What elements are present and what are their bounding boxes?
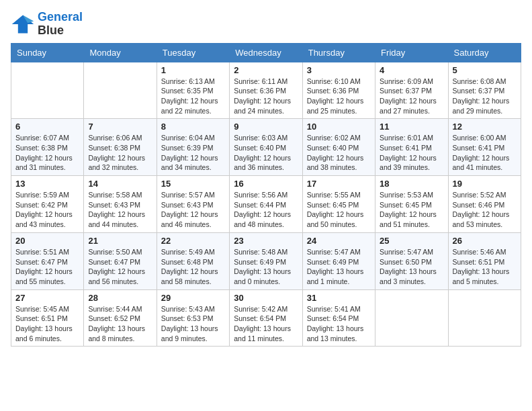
- day-info: Sunrise: 5:45 AMSunset: 6:51 PMDaylight:…: [15, 304, 79, 344]
- calendar-cell: 20 Sunrise: 5:51 AMSunset: 6:47 PMDaylig…: [11, 232, 84, 289]
- calendar-cell: 12 Sunrise: 6:00 AMSunset: 6:41 PMDaylig…: [448, 119, 521, 176]
- calendar-cell: 11 Sunrise: 6:01 AMSunset: 6:41 PMDaylig…: [375, 119, 448, 176]
- day-number: 28: [88, 293, 152, 303]
- calendar-week-row: 13 Sunrise: 5:59 AMSunset: 6:42 PMDaylig…: [11, 176, 521, 233]
- calendar-cell: 3 Sunrise: 6:10 AMSunset: 6:36 PMDayligh…: [302, 62, 375, 119]
- calendar-cell: 2 Sunrise: 6:11 AMSunset: 6:36 PMDayligh…: [230, 62, 302, 119]
- day-number: 1: [161, 65, 225, 75]
- day-info: Sunrise: 5:44 AMSunset: 6:52 PMDaylight:…: [88, 304, 152, 344]
- day-info: Sunrise: 5:42 AMSunset: 6:54 PMDaylight:…: [234, 304, 298, 344]
- calendar-body: 1 Sunrise: 6:13 AMSunset: 6:35 PMDayligh…: [11, 62, 521, 347]
- day-number: 23: [234, 236, 298, 246]
- day-number: 9: [234, 122, 298, 132]
- svg-marker-0: [12, 15, 34, 33]
- day-info: Sunrise: 5:53 AMSunset: 6:45 PMDaylight:…: [380, 190, 443, 230]
- day-number: 13: [15, 179, 79, 189]
- calendar-week-row: 20 Sunrise: 5:51 AMSunset: 6:47 PMDaylig…: [11, 232, 521, 289]
- calendar-cell: 30 Sunrise: 5:42 AMSunset: 6:54 PMDaylig…: [230, 289, 302, 347]
- day-number: 5: [453, 65, 517, 75]
- calendar-cell: 27 Sunrise: 5:45 AMSunset: 6:51 PMDaylig…: [11, 289, 84, 347]
- calendar-cell: 19 Sunrise: 5:52 AMSunset: 6:46 PMDaylig…: [448, 176, 521, 233]
- day-info: Sunrise: 5:43 AMSunset: 6:53 PMDaylight:…: [161, 304, 225, 344]
- day-number: 20: [15, 236, 79, 246]
- calendar-cell: 6 Sunrise: 6:07 AMSunset: 6:38 PMDayligh…: [11, 119, 84, 176]
- calendar-cell: 1 Sunrise: 6:13 AMSunset: 6:35 PMDayligh…: [157, 62, 229, 119]
- day-number: 7: [88, 122, 152, 132]
- calendar-cell: 14 Sunrise: 5:58 AMSunset: 6:43 PMDaylig…: [84, 176, 157, 233]
- day-info: Sunrise: 5:50 AMSunset: 6:47 PMDaylight:…: [88, 247, 152, 287]
- day-info: Sunrise: 5:47 AMSunset: 6:50 PMDaylight:…: [380, 247, 443, 287]
- day-number: 31: [307, 293, 371, 303]
- day-info: Sunrise: 5:52 AMSunset: 6:46 PMDaylight:…: [453, 190, 517, 230]
- calendar-cell: [84, 62, 157, 119]
- day-info: Sunrise: 6:03 AMSunset: 6:40 PMDaylight:…: [234, 133, 298, 173]
- day-info: Sunrise: 6:10 AMSunset: 6:36 PMDaylight:…: [307, 77, 371, 116]
- day-info: Sunrise: 5:46 AMSunset: 6:51 PMDaylight:…: [453, 247, 517, 287]
- calendar-cell: 26 Sunrise: 5:46 AMSunset: 6:51 PMDaylig…: [448, 232, 521, 289]
- logo-icon: [11, 12, 35, 36]
- calendar-cell: 15 Sunrise: 5:57 AMSunset: 6:43 PMDaylig…: [157, 176, 229, 233]
- calendar-cell: 23 Sunrise: 5:48 AMSunset: 6:49 PMDaylig…: [230, 232, 302, 289]
- calendar-week-row: 1 Sunrise: 6:13 AMSunset: 6:35 PMDayligh…: [11, 62, 521, 119]
- day-number: 3: [307, 65, 371, 75]
- day-info: Sunrise: 6:07 AMSunset: 6:38 PMDaylight:…: [15, 133, 79, 173]
- day-number: 26: [453, 236, 517, 246]
- day-info: Sunrise: 6:13 AMSunset: 6:35 PMDaylight:…: [161, 77, 225, 116]
- calendar-header-cell: Monday: [84, 43, 157, 62]
- day-number: 14: [88, 179, 152, 189]
- calendar-cell: 16 Sunrise: 5:56 AMSunset: 6:44 PMDaylig…: [230, 176, 302, 233]
- calendar-cell: 17 Sunrise: 5:55 AMSunset: 6:45 PMDaylig…: [302, 176, 375, 233]
- calendar-header-cell: Tuesday: [157, 43, 229, 62]
- day-info: Sunrise: 6:06 AMSunset: 6:38 PMDaylight:…: [88, 133, 152, 173]
- calendar-header-cell: Thursday: [302, 43, 375, 62]
- calendar-cell: [375, 289, 448, 347]
- day-info: Sunrise: 5:48 AMSunset: 6:49 PMDaylight:…: [234, 247, 298, 287]
- calendar-header-cell: Saturday: [448, 43, 521, 62]
- calendar-header-cell: Wednesday: [230, 43, 302, 62]
- day-info: Sunrise: 5:49 AMSunset: 6:48 PMDaylight:…: [161, 247, 225, 287]
- calendar-week-row: 27 Sunrise: 5:45 AMSunset: 6:51 PMDaylig…: [11, 289, 521, 347]
- calendar-cell: 4 Sunrise: 6:09 AMSunset: 6:37 PMDayligh…: [375, 62, 448, 119]
- calendar-cell: 25 Sunrise: 5:47 AMSunset: 6:50 PMDaylig…: [375, 232, 448, 289]
- calendar-week-row: 6 Sunrise: 6:07 AMSunset: 6:38 PMDayligh…: [11, 119, 521, 176]
- day-info: Sunrise: 5:51 AMSunset: 6:47 PMDaylight:…: [15, 247, 79, 287]
- calendar-cell: 7 Sunrise: 6:06 AMSunset: 6:38 PMDayligh…: [84, 119, 157, 176]
- day-info: Sunrise: 5:55 AMSunset: 6:45 PMDaylight:…: [307, 190, 371, 230]
- day-info: Sunrise: 5:47 AMSunset: 6:49 PMDaylight:…: [307, 247, 371, 287]
- calendar-cell: 10 Sunrise: 6:02 AMSunset: 6:40 PMDaylig…: [302, 119, 375, 176]
- day-info: Sunrise: 5:58 AMSunset: 6:43 PMDaylight:…: [88, 190, 152, 230]
- day-info: Sunrise: 6:09 AMSunset: 6:37 PMDaylight:…: [380, 77, 443, 116]
- day-info: Sunrise: 6:11 AMSunset: 6:36 PMDaylight:…: [234, 77, 298, 116]
- calendar-cell: 21 Sunrise: 5:50 AMSunset: 6:47 PMDaylig…: [84, 232, 157, 289]
- day-info: Sunrise: 6:00 AMSunset: 6:41 PMDaylight:…: [453, 133, 517, 173]
- day-number: 29: [161, 293, 225, 303]
- day-number: 17: [307, 179, 371, 189]
- day-number: 27: [15, 293, 79, 303]
- day-number: 10: [307, 122, 371, 132]
- calendar-table: SundayMondayTuesdayWednesdayThursdayFrid…: [11, 43, 521, 347]
- day-number: 11: [380, 122, 443, 132]
- calendar-header-cell: Friday: [375, 43, 448, 62]
- day-info: Sunrise: 6:01 AMSunset: 6:41 PMDaylight:…: [380, 133, 443, 173]
- day-info: Sunrise: 5:56 AMSunset: 6:44 PMDaylight:…: [234, 190, 298, 230]
- day-info: Sunrise: 5:59 AMSunset: 6:42 PMDaylight:…: [15, 190, 79, 230]
- logo: General Blue: [11, 11, 83, 38]
- calendar-cell: 28 Sunrise: 5:44 AMSunset: 6:52 PMDaylig…: [84, 289, 157, 347]
- calendar-cell: [448, 289, 521, 347]
- day-info: Sunrise: 6:04 AMSunset: 6:39 PMDaylight:…: [161, 133, 225, 173]
- page-header: General Blue: [11, 11, 521, 38]
- logo-text: General Blue: [38, 11, 83, 38]
- calendar-cell: 29 Sunrise: 5:43 AMSunset: 6:53 PMDaylig…: [157, 289, 229, 347]
- day-number: 18: [380, 179, 443, 189]
- day-info: Sunrise: 6:08 AMSunset: 6:37 PMDaylight:…: [453, 77, 517, 116]
- day-number: 19: [453, 179, 517, 189]
- day-number: 6: [15, 122, 79, 132]
- day-info: Sunrise: 6:02 AMSunset: 6:40 PMDaylight:…: [307, 133, 371, 173]
- day-number: 4: [380, 65, 443, 75]
- calendar-header-cell: Sunday: [11, 43, 84, 62]
- calendar-cell: 31 Sunrise: 5:41 AMSunset: 6:54 PMDaylig…: [302, 289, 375, 347]
- calendar-cell: 13 Sunrise: 5:59 AMSunset: 6:42 PMDaylig…: [11, 176, 84, 233]
- calendar-header-row: SundayMondayTuesdayWednesdayThursdayFrid…: [11, 43, 521, 62]
- day-number: 15: [161, 179, 225, 189]
- day-number: 8: [161, 122, 225, 132]
